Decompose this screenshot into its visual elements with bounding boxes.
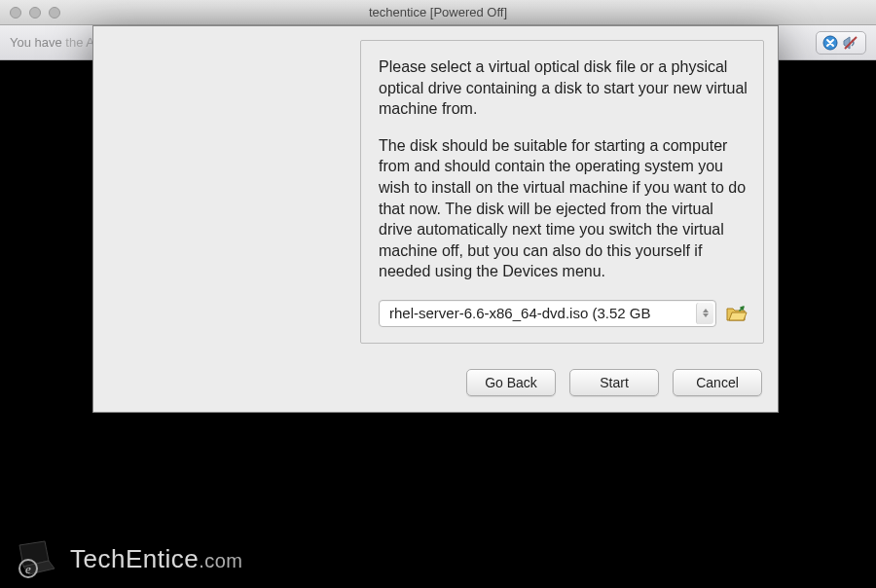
notification-actions [816, 31, 866, 55]
startup-disk-dialog: Please select a virtual optical disk fil… [92, 25, 779, 413]
zoom-window-button[interactable] [49, 7, 60, 18]
techentice-logo-text: TechEntice.com [70, 544, 243, 574]
disk-combobox-value: rhel-server-6.6-x86_64-dvd.iso (3.52 GB [389, 305, 696, 321]
window-title: techentice [Powered Off] [0, 5, 876, 19]
svg-text:e: e [25, 562, 31, 576]
techentice-watermark: e TechEntice.com [16, 539, 243, 578]
watermark-tld: .com [199, 550, 242, 571]
traffic-lights [0, 7, 60, 18]
folder-icon [726, 305, 748, 322]
minimize-window-button[interactable] [29, 7, 41, 18]
close-window-button[interactable] [10, 7, 21, 18]
go-back-button[interactable]: Go Back [466, 369, 556, 396]
dialog-content: Please select a virtual optical disk fil… [360, 40, 764, 344]
cancel-button[interactable]: Cancel [673, 369, 762, 396]
browse-disk-button[interactable] [726, 304, 748, 323]
disk-selector-row: rhel-server-6.6-x86_64-dvd.iso (3.52 GB [379, 300, 748, 327]
notification-lead: You have [10, 35, 62, 50]
suppress-notification-icon[interactable] [842, 35, 859, 51]
techentice-logo-icon: e [16, 539, 60, 578]
dismiss-notification-icon[interactable] [822, 35, 838, 51]
dialog-button-row: Go Back Start Cancel [93, 355, 778, 412]
dialog-paragraph-2: The disk should be suitable for starting… [379, 135, 748, 282]
window-titlebar: techentice [Powered Off] [0, 0, 876, 25]
start-button[interactable]: Start [569, 369, 659, 396]
dialog-paragraph-1: Please select a virtual optical disk fil… [379, 56, 748, 120]
disk-combobox[interactable]: rhel-server-6.6-x86_64-dvd.iso (3.52 GB [379, 300, 716, 327]
combobox-stepper-icon [696, 303, 713, 324]
watermark-brand: TechEntice [70, 544, 199, 573]
